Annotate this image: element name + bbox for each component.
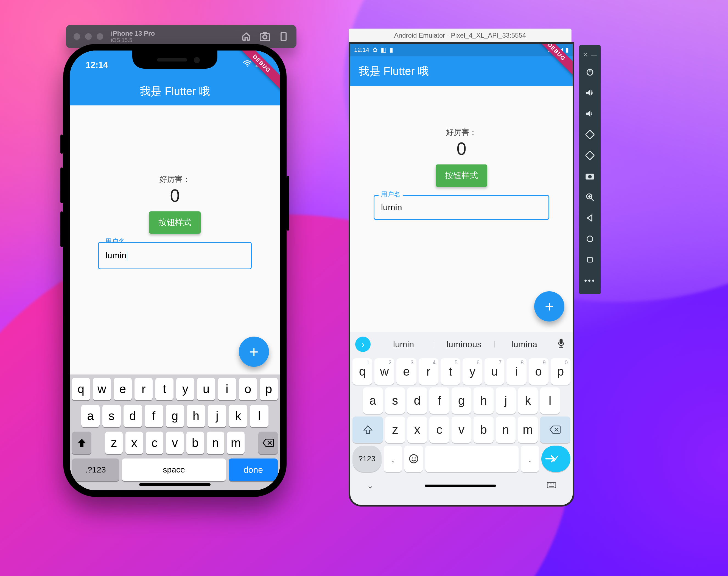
key-m[interactable]: m [227, 432, 244, 454]
key-a[interactable]: a [363, 387, 383, 414]
power-button[interactable] [287, 176, 289, 231]
key-q[interactable]: q [72, 378, 90, 400]
key-s[interactable]: s [103, 405, 121, 427]
volume-up-icon[interactable] [579, 83, 601, 103]
home-icon[interactable] [241, 31, 252, 42]
key-u[interactable]: u [197, 378, 215, 400]
suggestion-2[interactable]: luminous [434, 339, 494, 349]
more-icon[interactable]: ••• [579, 271, 601, 290]
key-r[interactable]: r4 [419, 358, 438, 385]
fab-add-button[interactable]: + [534, 291, 564, 321]
zoom-dot-icon[interactable] [97, 33, 103, 40]
ios-keyboard[interactable]: qwertyuiop asdfghjkl zxcvbnm [70, 374, 280, 490]
emulator-toolbar[interactable]: ✕ — ••• [579, 45, 601, 294]
done-key[interactable]: done [229, 459, 278, 481]
suggestions-expand-icon[interactable]: › [355, 337, 371, 352]
key-l[interactable]: l [540, 387, 560, 414]
key-g[interactable]: g [166, 405, 184, 427]
window-traffic-lights[interactable] [74, 33, 103, 40]
enter-key[interactable]: ✓ [541, 445, 571, 472]
key-j[interactable]: j [208, 405, 226, 427]
shift-key[interactable] [72, 432, 91, 454]
numbers-key[interactable]: .?123 [72, 459, 119, 481]
key-f[interactable]: f [145, 405, 163, 427]
key-n[interactable]: n [207, 432, 224, 454]
style-button[interactable]: 按钮样式 [149, 211, 201, 234]
keyboard-switch-icon[interactable] [547, 481, 556, 490]
backspace-key[interactable] [258, 432, 278, 454]
android-emulator-titlebar[interactable]: Android Emulator - Pixel_4_XL_API_33:555… [349, 29, 572, 42]
key-x[interactable]: x [125, 432, 143, 454]
key-f[interactable]: f [429, 387, 449, 414]
comma-key[interactable]: , [384, 445, 402, 472]
key-v[interactable]: v [452, 416, 472, 443]
space-key[interactable] [425, 445, 518, 472]
key-q[interactable]: q1 [352, 358, 372, 385]
suggestion-3[interactable]: lumina [494, 339, 554, 349]
power-icon[interactable] [579, 62, 601, 82]
key-x[interactable]: x [407, 416, 428, 443]
key-u[interactable]: u7 [485, 358, 504, 385]
key-b[interactable]: b [473, 416, 494, 443]
key-k[interactable]: k [229, 405, 247, 427]
key-n[interactable]: n [496, 416, 516, 443]
style-button[interactable]: 按钮样式 [436, 165, 487, 187]
key-h[interactable]: h [473, 387, 494, 414]
rotate-icon[interactable] [279, 31, 289, 42]
key-e[interactable]: e3 [397, 358, 416, 385]
suggestion-1[interactable]: lumin [373, 339, 434, 349]
key-d[interactable]: d [407, 387, 427, 414]
key-d[interactable]: d [123, 405, 142, 427]
fab-add-button[interactable]: + [239, 337, 269, 367]
username-input[interactable]: lumin [98, 242, 252, 269]
back-icon[interactable] [579, 208, 601, 228]
key-g[interactable]: g [452, 387, 472, 414]
volume-down-button[interactable] [60, 211, 63, 247]
key-t[interactable]: t [155, 378, 174, 400]
home-indicator[interactable] [139, 483, 210, 486]
key-c[interactable]: c [146, 432, 163, 454]
key-w[interactable]: w [93, 378, 111, 400]
shift-key[interactable] [352, 416, 383, 443]
key-r[interactable]: r [135, 378, 153, 400]
home-indicator[interactable] [425, 485, 496, 487]
camera-icon[interactable] [579, 166, 601, 186]
key-t[interactable]: t5 [441, 358, 460, 385]
emoji-key[interactable] [404, 445, 423, 472]
rotate-right-icon[interactable] [579, 145, 601, 165]
keyboard-collapse-icon[interactable]: ⌄ [367, 481, 374, 490]
mute-switch[interactable] [60, 135, 63, 154]
android-keyboard[interactable]: › lumin luminous lumina q1w2e3r4t5y6u7i8… [350, 332, 573, 505]
key-j[interactable]: j [496, 387, 516, 414]
key-h[interactable]: h [187, 405, 205, 427]
key-i[interactable]: i8 [506, 358, 526, 385]
period-key[interactable]: . [521, 445, 540, 472]
key-l[interactable]: l [250, 405, 268, 427]
volume-down-icon[interactable] [579, 104, 601, 123]
screenshot-icon[interactable] [260, 31, 270, 42]
key-k[interactable]: k [518, 387, 538, 414]
key-z[interactable]: z [385, 416, 405, 443]
mic-icon[interactable] [554, 338, 568, 350]
key-m[interactable]: m [518, 416, 538, 443]
key-p[interactable]: p [260, 378, 278, 400]
key-o[interactable]: o [239, 378, 257, 400]
key-p[interactable]: p0 [551, 358, 571, 385]
key-i[interactable]: i [218, 378, 236, 400]
key-b[interactable]: b [186, 432, 204, 454]
key-c[interactable]: c [429, 416, 449, 443]
key-y[interactable]: y [176, 378, 194, 400]
minimize-dot-icon[interactable] [85, 33, 92, 40]
numbers-key[interactable]: ?123 [352, 445, 382, 472]
emulator-close-icon[interactable]: ✕ — [579, 49, 601, 61]
rotate-left-icon[interactable] [579, 125, 601, 144]
home-nav-icon[interactable] [579, 229, 601, 249]
overview-icon[interactable] [579, 250, 601, 269]
close-dot-icon[interactable] [74, 33, 80, 40]
key-w[interactable]: w2 [374, 358, 394, 385]
space-key[interactable]: space [122, 459, 226, 481]
key-s[interactable]: s [385, 387, 405, 414]
key-v[interactable]: v [166, 432, 184, 454]
key-y[interactable]: y6 [463, 358, 482, 385]
key-e[interactable]: e [114, 378, 132, 400]
